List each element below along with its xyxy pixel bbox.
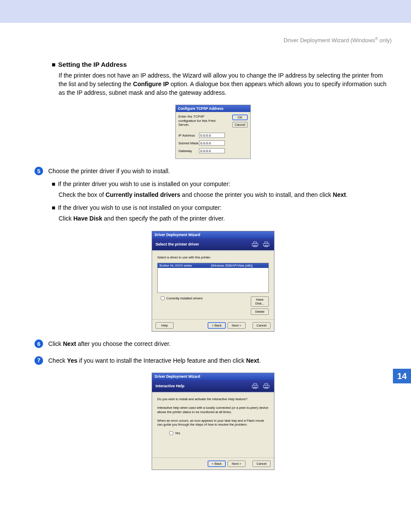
currently-installed-label: Currently installed drivers bbox=[166, 296, 203, 300]
page-header: Driver Deployment Wizard (Windows® only) bbox=[0, 24, 411, 44]
printer-icon bbox=[251, 383, 259, 389]
wiz2-banner-icons bbox=[251, 383, 271, 389]
yes-label: Yes bbox=[175, 431, 180, 435]
ip-address-label: IP Address bbox=[178, 134, 199, 137]
yes-checkbox-input[interactable] bbox=[169, 431, 173, 435]
sub5a-pre: Check the box of bbox=[59, 191, 106, 198]
sub5b-text: If the driver you wish to use is not ins… bbox=[58, 204, 221, 211]
cancel-button[interactable]: Cancel bbox=[232, 122, 248, 128]
wiz2-titlebar: Driver Deployment Wizard bbox=[152, 373, 274, 380]
sub5b-b1: Have Disk bbox=[73, 215, 102, 222]
subnet-mask-label: Subnet Mask bbox=[178, 141, 199, 145]
driver-wizard-select-dialog: Driver Deployment Wizard Select the prin… bbox=[152, 231, 274, 332]
step-6: 6 Click Next after you choose the correc… bbox=[34, 339, 392, 348]
svg-rect-9 bbox=[263, 386, 269, 388]
bullet-square-icon: ■ bbox=[52, 180, 55, 187]
wiz1-titlebar: Driver Deployment Wizard bbox=[152, 231, 274, 238]
wiz1-instruction: Select a driver to use with this printer… bbox=[157, 255, 269, 259]
printer-icon bbox=[262, 241, 271, 248]
step-5-sub-a: ■If the printer driver you wish to use i… bbox=[52, 180, 392, 189]
svg-rect-1 bbox=[254, 242, 257, 243]
section-para-bold: Configure IP bbox=[133, 81, 169, 87]
section-heading-text: Setting the IP Address bbox=[58, 61, 127, 68]
printer-icon bbox=[251, 241, 259, 248]
chapter-tab: 14 bbox=[393, 369, 411, 383]
step7-pre: Check bbox=[48, 357, 67, 364]
tcpip-titlebar: Configure TCP/IP Address bbox=[176, 105, 250, 112]
wiz2-question: Do you wish to install and activate the … bbox=[157, 397, 269, 401]
step-5: 5 Choose the printer driver if you wish … bbox=[34, 167, 392, 176]
wiz1-banner-icons bbox=[251, 241, 271, 248]
tcpip-description: Enter the TCP/IP configration for this P… bbox=[178, 115, 217, 128]
delete-button[interactable]: Delete bbox=[251, 308, 269, 315]
svg-rect-3 bbox=[263, 243, 269, 246]
step-5-sub-b-detail: Click Have Disk and then specify the pat… bbox=[59, 215, 392, 223]
step7-mid: if you want to install the Interactive H… bbox=[78, 357, 246, 364]
step-7-text: Check Yes if you want to install the Int… bbox=[48, 356, 261, 365]
wiz1-list-col1: Brother HL-XXXX series bbox=[159, 264, 211, 267]
sub5a-b1: Currently installed drivers bbox=[106, 191, 181, 198]
svg-rect-7 bbox=[254, 383, 257, 385]
sub5b-post: and then specify the path of the printer… bbox=[102, 215, 225, 222]
step7-post: . bbox=[259, 357, 261, 364]
wiz1-list-col2: (Windows 2000/XP/Vista (x86)) bbox=[211, 264, 253, 267]
gateway-label: Gateway bbox=[178, 149, 199, 153]
wiz1-driver-list[interactable]: Brother HL-XXXX series (Windows 2000/XP/… bbox=[157, 263, 269, 293]
step7-b2: Next bbox=[246, 357, 259, 364]
header-post: only) bbox=[378, 37, 392, 44]
sub5a-mid: and choose the printer you wish to insta… bbox=[180, 191, 333, 198]
step6-b: Next bbox=[63, 340, 76, 347]
back-button[interactable]: < Back bbox=[208, 322, 226, 329]
sub5b-pre: Click bbox=[59, 215, 73, 222]
next-button[interactable]: Next > bbox=[227, 322, 246, 329]
step-number-6: 6 bbox=[34, 339, 43, 348]
currently-installed-checkbox[interactable]: Currently installed drivers bbox=[161, 296, 203, 300]
bullet-square-icon: ■ bbox=[52, 204, 55, 211]
sub5a-post: . bbox=[346, 191, 348, 198]
step-6-text: Click Next after you choose the correct … bbox=[48, 339, 171, 348]
back-button[interactable]: < Back bbox=[208, 460, 226, 467]
configure-tcpip-dialog: Configure TCP/IP Address Enter the TCP/I… bbox=[175, 105, 251, 159]
bullet-square-icon: ■ bbox=[52, 61, 56, 68]
svg-rect-10 bbox=[265, 383, 268, 385]
next-button[interactable]: Next > bbox=[227, 460, 246, 467]
svg-rect-6 bbox=[252, 386, 258, 388]
help-button[interactable]: Help bbox=[156, 322, 174, 329]
wiz2-banner-title: Interactive Help bbox=[156, 384, 184, 388]
sub5a-text: If the printer driver you wish to use is… bbox=[58, 180, 230, 187]
step-5-sub-b: ■If the driver you wish to use is not in… bbox=[52, 204, 392, 212]
step-number-7: 7 bbox=[34, 356, 43, 365]
step6-pre: Click bbox=[48, 340, 63, 347]
printer-icon bbox=[262, 383, 271, 389]
ok-button[interactable]: OK bbox=[232, 115, 248, 120]
wiz2-p2: When an error occurs, an icon appears in… bbox=[157, 419, 269, 427]
cancel-button[interactable]: Cancel bbox=[252, 460, 271, 467]
subnet-mask-input[interactable] bbox=[199, 140, 225, 146]
sub5a-b2: Next bbox=[333, 191, 346, 198]
svg-rect-0 bbox=[252, 243, 258, 246]
section-heading: ■Setting the IP Address bbox=[52, 61, 392, 68]
wiz1-banner-title: Select the printer driver bbox=[156, 242, 199, 246]
gateway-input[interactable] bbox=[199, 148, 225, 153]
ip-address-input[interactable] bbox=[199, 133, 225, 138]
step-5-text: Choose the printer driver if you wish to… bbox=[48, 167, 170, 176]
have-disk-button[interactable]: Have Disk... bbox=[251, 296, 269, 307]
yes-checkbox[interactable]: Yes bbox=[169, 431, 269, 435]
driver-wizard-interactive-help-dialog: Driver Deployment Wizard Interactive Hel… bbox=[152, 373, 274, 470]
step-number-5: 5 bbox=[34, 167, 43, 175]
section-paragraph: If the printer does not have an IP addre… bbox=[59, 72, 392, 97]
top-bar bbox=[0, 0, 411, 24]
step-5-sub-a-detail: Check the box of Currently installed dri… bbox=[59, 191, 392, 199]
step7-b1: Yes bbox=[67, 357, 78, 364]
header-pre: Driver Deployment Wizard (Windows bbox=[283, 37, 375, 44]
step-7: 7 Check Yes if you want to install the I… bbox=[34, 356, 392, 365]
svg-rect-4 bbox=[265, 242, 268, 243]
currently-installed-checkbox-input[interactable] bbox=[161, 296, 165, 300]
wiz2-p1: Interactive help when used with a locall… bbox=[157, 406, 269, 414]
cancel-button[interactable]: Cancel bbox=[252, 322, 271, 329]
step6-post: after you choose the correct driver. bbox=[76, 340, 171, 347]
